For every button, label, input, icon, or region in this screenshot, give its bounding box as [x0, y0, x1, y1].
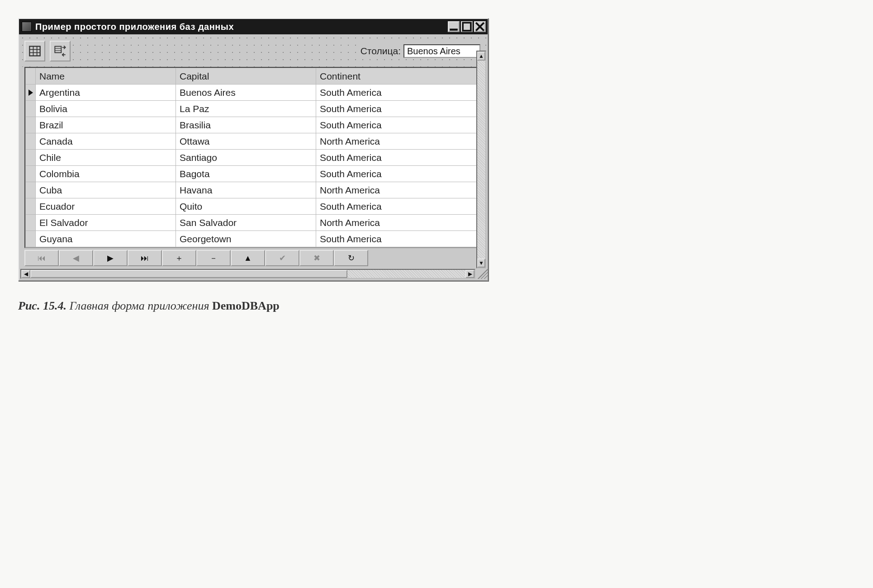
cell-continent[interactable]: North America — [316, 215, 481, 231]
table-row[interactable]: CanadaOttawaNorth America — [26, 133, 481, 150]
scroll-down-arrow-icon[interactable]: ▼ — [477, 259, 485, 268]
app-window: Пример простого приложения баз данных Ст… — [18, 18, 489, 281]
grid-header-row: Name Capital Continent — [26, 68, 481, 85]
nav-edit-button[interactable]: ▲ — [231, 250, 265, 266]
svg-rect-0 — [450, 28, 458, 30]
cell-capital[interactable]: Santiago — [176, 150, 316, 166]
cell-continent[interactable]: North America — [316, 133, 481, 150]
column-header-continent[interactable]: Continent — [316, 68, 481, 85]
cell-continent[interactable]: South America — [316, 166, 481, 182]
row-indicator-icon — [26, 85, 36, 100]
cell-capital[interactable]: Georgetown — [176, 231, 316, 247]
client-area: Столица: Name Capital Continent Argentin — [19, 34, 488, 280]
figure-text: Главная форма приложения — [66, 299, 212, 312]
svg-rect-1 — [463, 23, 471, 31]
vertical-scrollbar[interactable]: ▲ ▼ — [476, 51, 486, 268]
nav-last-button[interactable]: ⏭ — [128, 250, 162, 266]
dbnavigator-component-icon[interactable] — [50, 41, 71, 61]
cell-name[interactable]: Cuba — [36, 182, 176, 198]
svg-rect-7 — [55, 47, 61, 53]
nav-prior-button: ◀ — [59, 250, 93, 266]
table-row[interactable]: ColombiaBagotaSouth America — [26, 166, 481, 182]
close-button[interactable] — [474, 21, 486, 32]
table-row[interactable]: ArgentinaBuenos AiresSouth America — [26, 85, 481, 101]
row-indicator-icon — [26, 150, 36, 165]
title-bar: Пример простого приложения баз данных — [19, 19, 488, 34]
cell-capital[interactable]: Bagota — [176, 166, 316, 182]
svg-rect-2 — [29, 47, 40, 56]
table-row[interactable]: BoliviaLa PazSouth America — [26, 101, 481, 117]
row-indicator-icon — [26, 166, 36, 182]
figure-app-name: DemoDBApp — [212, 299, 280, 312]
cell-name[interactable]: El Salvador — [36, 215, 176, 231]
column-header-capital[interactable]: Capital — [176, 68, 316, 85]
db-navigator: ⏮◀▶⏭＋－▲✔✖↻ — [24, 250, 482, 266]
capital-input[interactable] — [403, 44, 480, 58]
nav-post-button: ✔ — [265, 250, 299, 266]
nav-refresh-button[interactable]: ↻ — [334, 250, 368, 266]
minimize-button[interactable] — [448, 21, 460, 32]
row-indicator-icon — [26, 133, 36, 149]
table-row[interactable]: CubaHavanaNorth America — [26, 182, 481, 198]
figure-caption: Рис. 15.4. Главная форма приложения Demo… — [18, 299, 855, 313]
cell-continent[interactable]: South America — [316, 198, 481, 215]
cell-name[interactable]: Canada — [36, 133, 176, 150]
cell-capital[interactable]: Havana — [176, 182, 316, 198]
row-indicator-icon — [26, 117, 36, 133]
figure-number: Рис. 15.4. — [18, 299, 66, 312]
window-title: Пример простого приложения баз данных — [35, 22, 234, 32]
table-row[interactable]: EcuadorQuitoSouth America — [26, 198, 481, 215]
cell-continent[interactable]: South America — [316, 150, 481, 166]
cell-capital[interactable]: La Paz — [176, 101, 316, 117]
row-indicator-icon — [26, 231, 36, 247]
cell-name[interactable]: Guyana — [36, 231, 176, 247]
cell-continent[interactable]: North America — [316, 182, 481, 198]
nav-first-button: ⏮ — [24, 250, 59, 266]
row-indicator-icon — [26, 198, 36, 214]
nav-next-button[interactable]: ▶ — [93, 250, 128, 266]
scroll-track[interactable] — [347, 270, 465, 278]
cell-name[interactable]: Bolivia — [36, 101, 176, 117]
cell-name[interactable]: Chile — [36, 150, 176, 166]
table-row[interactable]: GuyanaGeorgetownSouth America — [26, 231, 481, 247]
column-header-name[interactable]: Name — [36, 68, 176, 85]
db-grid[interactable]: Name Capital Continent ArgentinaBuenos A… — [24, 67, 482, 248]
table-row[interactable]: BrazilBrasiliaSouth America — [26, 117, 481, 133]
nav-delete-button[interactable]: － — [196, 250, 231, 266]
cell-continent[interactable]: South America — [316, 85, 481, 101]
row-indicator-icon — [26, 182, 36, 198]
scroll-left-arrow-icon[interactable]: ◀ — [21, 270, 30, 278]
horizontal-scrollbar[interactable]: ◀ ▶ — [20, 269, 475, 279]
row-indicator-icon — [26, 101, 36, 117]
cell-continent[interactable]: South America — [316, 231, 481, 247]
nav-cancel-button: ✖ — [299, 250, 334, 266]
dbgrid-component-icon[interactable] — [24, 41, 45, 61]
row-indicator-icon — [26, 215, 36, 230]
capital-label: Столица: — [361, 46, 401, 56]
maximize-button[interactable] — [461, 21, 473, 32]
cell-continent[interactable]: South America — [316, 117, 481, 133]
nav-insert-button[interactable]: ＋ — [162, 250, 196, 266]
resize-grip-icon[interactable] — [478, 269, 488, 279]
cell-name[interactable]: Ecuador — [36, 198, 176, 215]
cell-capital[interactable]: San Salvador — [176, 215, 316, 231]
table-row[interactable]: El SalvadorSan SalvadorNorth America — [26, 215, 481, 231]
cell-capital[interactable]: Quito — [176, 198, 316, 215]
cell-capital[interactable]: Ottawa — [176, 133, 316, 150]
form-designer-surface: Столица: — [19, 34, 488, 67]
table-row[interactable]: ChileSantiagoSouth America — [26, 150, 481, 166]
scroll-right-arrow-icon[interactable]: ▶ — [465, 270, 474, 278]
cell-capital[interactable]: Buenos Aires — [176, 85, 316, 101]
app-icon — [22, 22, 32, 32]
scroll-track[interactable] — [477, 61, 485, 259]
row-indicator-header — [26, 68, 36, 85]
cell-name[interactable]: Argentina — [36, 85, 176, 101]
scroll-thumb[interactable] — [30, 270, 347, 278]
scroll-up-arrow-icon[interactable]: ▲ — [477, 52, 485, 61]
cell-name[interactable]: Brazil — [36, 117, 176, 133]
cell-continent[interactable]: South America — [316, 101, 481, 117]
cell-name[interactable]: Colombia — [36, 166, 176, 182]
cell-capital[interactable]: Brasilia — [176, 117, 316, 133]
